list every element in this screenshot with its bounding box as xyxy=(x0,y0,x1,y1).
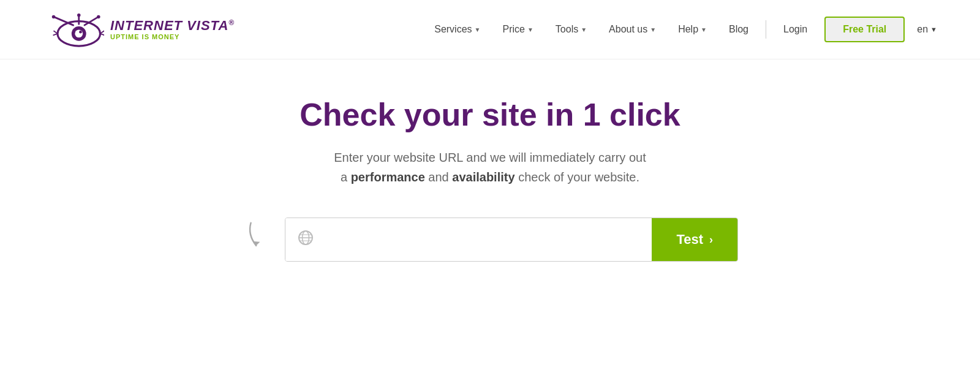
header: Internet Vista® UPTIME IS MONEY Services… xyxy=(0,0,980,59)
hero-subtitle: Enter your website URL and we will immed… xyxy=(334,148,646,187)
svg-marker-14 xyxy=(252,241,260,246)
nav-item-blog[interactable]: Blog xyxy=(718,19,760,40)
chevron-down-icon: ▼ xyxy=(701,26,707,33)
search-area: Test › xyxy=(242,218,738,262)
search-input-wrapper xyxy=(285,218,652,261)
logo[interactable]: Internet Vista® UPTIME IS MONEY xyxy=(37,11,235,48)
nav-item-help[interactable]: Help ▼ xyxy=(667,19,718,40)
hero-keyword-performance: performance xyxy=(351,170,425,184)
hero-content: Check your site in 1 click Enter your we… xyxy=(0,59,980,311)
language-selector[interactable]: en ▼ xyxy=(911,19,943,40)
nav-item-services[interactable]: Services ▼ xyxy=(423,19,491,40)
chevron-down-icon: ▼ xyxy=(581,26,587,33)
svg-point-9 xyxy=(79,31,82,34)
url-input[interactable] xyxy=(322,233,639,246)
chevron-down-icon: ▼ xyxy=(475,26,481,33)
chevron-down-icon: ▼ xyxy=(930,26,937,33)
url-search-box: Test › xyxy=(285,218,738,262)
test-button-arrow-icon: › xyxy=(709,233,713,246)
nav-item-tools[interactable]: Tools ▼ xyxy=(545,19,598,40)
svg-point-8 xyxy=(75,29,83,37)
logo-tagline: UPTIME IS MONEY xyxy=(110,33,235,40)
logo-brand-name: Internet Vista® xyxy=(110,18,235,33)
main-nav: Services ▼ Price ▼ Tools ▼ About us ▼ He… xyxy=(423,17,943,42)
hero-title: Check your site in 1 click xyxy=(300,96,680,133)
nav-item-price[interactable]: Price ▼ xyxy=(491,19,544,40)
test-button[interactable]: Test › xyxy=(652,218,737,261)
hero-section: Check your site in 1 click Enter your we… xyxy=(0,59,980,311)
svg-point-5 xyxy=(97,15,100,19)
arrow-icon xyxy=(239,219,276,260)
free-trial-button[interactable]: Free Trial xyxy=(824,17,905,42)
globe-icon xyxy=(298,230,314,249)
svg-point-4 xyxy=(77,13,81,17)
logo-text-group: Internet Vista® UPTIME IS MONEY xyxy=(110,18,235,40)
logo-icon xyxy=(37,11,104,48)
nav-divider xyxy=(766,20,766,39)
svg-line-0 xyxy=(54,17,74,25)
chevron-down-icon: ▼ xyxy=(650,26,656,33)
login-button[interactable]: Login xyxy=(772,19,818,40)
nav-item-about[interactable]: About us ▼ xyxy=(598,19,667,40)
chevron-down-icon: ▼ xyxy=(527,26,533,33)
hero-keyword-availability: availability xyxy=(452,170,514,184)
svg-point-3 xyxy=(52,15,56,19)
